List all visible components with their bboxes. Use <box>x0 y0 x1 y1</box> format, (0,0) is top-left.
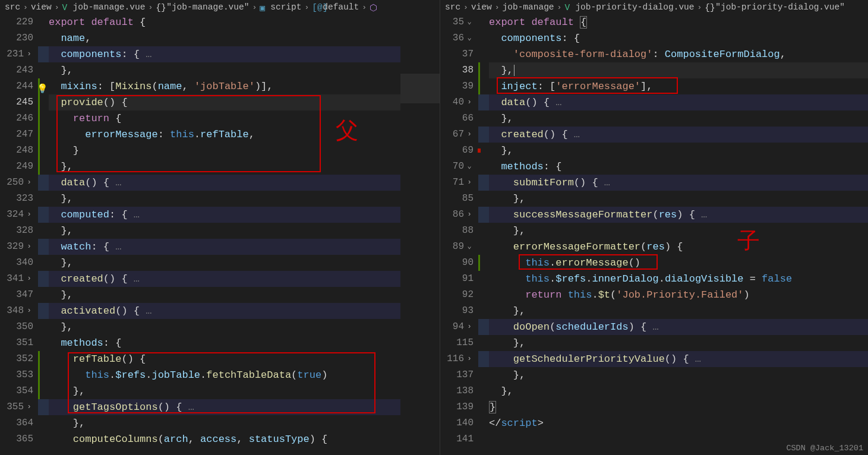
chevron-right-icon: › <box>252 3 257 12</box>
line-number-gutter[interactable]: 35⌄ 36⌄ 37 38 39 40› 66 67› 69 70⌄ 71› 8… <box>440 14 478 455</box>
crumb-item[interactable]: job-manage <box>503 2 554 12</box>
minimap[interactable] <box>400 14 440 455</box>
braces-icon: {} <box>705 3 713 11</box>
annotation-text: 父 <box>336 115 358 146</box>
vue-icon: V <box>62 3 71 11</box>
crumb-item[interactable]: view <box>31 2 52 12</box>
crumb-item[interactable]: src <box>5 2 20 12</box>
lightbulb-icon[interactable]: 💡 <box>37 81 48 97</box>
fold-icon[interactable]: › <box>25 399 33 415</box>
chevron-right-icon: › <box>148 3 153 12</box>
variable-icon: [@] <box>312 3 320 11</box>
editor-body-left[interactable]: 229 230 231› 243 244 245 246 247 248 249… <box>0 14 440 455</box>
chevron-right-icon: › <box>362 3 367 12</box>
code-area-right[interactable]: export default { components: { 'composit… <box>478 14 868 455</box>
vue-icon: V <box>564 3 573 11</box>
chevron-right-icon: › <box>23 3 28 12</box>
fold-icon[interactable]: › <box>25 46 33 62</box>
fold-icon[interactable]: › <box>25 303 33 319</box>
crumb-item[interactable]: {} "job-manage.vue" <box>156 2 249 12</box>
chevron-right-icon: › <box>495 3 500 12</box>
braces-icon: {} <box>156 3 164 11</box>
crumb-item[interactable]: V job-priority-dialog.vue <box>564 2 694 12</box>
annotation-text: 子 <box>737 226 760 256</box>
editor-body-right[interactable]: 35⌄ 36⌄ 37 38 39 40› 66 67› 69 70⌄ 71› 8… <box>440 14 868 455</box>
error-marker-icon <box>478 148 481 153</box>
breadcrumbs-right[interactable]: src › view › job-manage › V job-priority… <box>440 0 868 14</box>
fold-icon[interactable]: › <box>465 319 474 335</box>
editor-pane-right: src › view › job-manage › V job-priority… <box>440 0 868 455</box>
line-number-gutter[interactable]: 229 230 231› 243 244 245 246 247 248 249… <box>0 14 38 455</box>
fold-icon[interactable]: ⌄ <box>465 14 474 30</box>
module-icon: ▣ <box>260 3 268 11</box>
fold-icon[interactable]: › <box>25 239 33 255</box>
crumb-item[interactable]: ⬡ <box>370 3 378 11</box>
fold-icon[interactable]: › <box>465 94 474 110</box>
crumb-item[interactable]: V job-manage.vue <box>62 2 146 12</box>
crumb-item[interactable]: view <box>471 2 492 12</box>
crumb-item[interactable]: {} "job-priority-dialog.vue" <box>705 2 845 12</box>
fold-icon[interactable]: › <box>465 351 474 367</box>
fold-icon[interactable]: › <box>25 207 33 223</box>
watermark-text: CSDN @Jack_13201 <box>786 444 863 453</box>
chevron-right-icon: › <box>304 3 309 12</box>
code-area-left[interactable]: export default { name, components: { … }… <box>38 14 400 455</box>
fold-icon[interactable]: ⌄ <box>465 30 474 46</box>
fold-icon[interactable]: › <box>25 271 33 287</box>
cube-icon: ⬡ <box>370 3 378 11</box>
fold-icon[interactable]: › <box>465 207 474 223</box>
chevron-right-icon: › <box>463 3 468 12</box>
crumb-item[interactable]: ▣ script <box>260 2 301 12</box>
fold-icon[interactable]: › <box>465 127 474 143</box>
fold-icon[interactable]: ⌄ <box>465 239 474 255</box>
chevron-right-icon: › <box>557 3 562 12</box>
chevron-right-icon: › <box>697 3 702 12</box>
fold-icon[interactable]: › <box>465 175 474 191</box>
editor-pane-left: src › view › V job-manage.vue › {} "job-… <box>0 0 440 455</box>
chevron-right-icon: › <box>55 3 59 12</box>
breadcrumbs-left[interactable]: src › view › V job-manage.vue › {} "job-… <box>0 0 440 14</box>
crumb-item[interactable]: src <box>445 2 460 12</box>
crumb-item[interactable]: [@] default <box>312 2 359 12</box>
fold-icon[interactable]: › <box>25 175 33 191</box>
fold-icon[interactable]: ⌄ <box>465 159 474 175</box>
